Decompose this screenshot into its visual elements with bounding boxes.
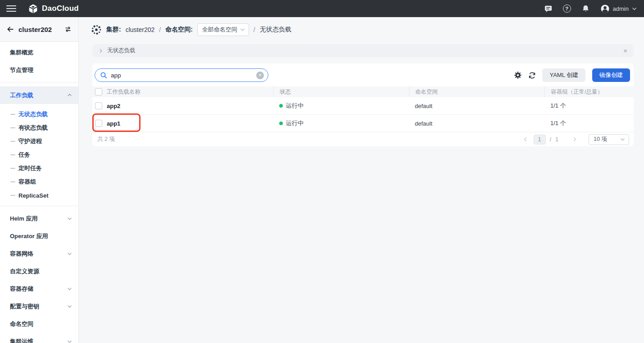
namespace-selected-value: 全部命名空间 — [202, 26, 237, 34]
dash-icon — [10, 181, 15, 182]
chevron-down-icon — [620, 137, 625, 142]
chevron-up-icon — [67, 93, 72, 98]
user-menu[interactable]: admin — [600, 4, 637, 14]
chevron-down-icon — [632, 6, 637, 11]
sidebar-item-cronjobs[interactable]: 定时任务 — [0, 162, 78, 175]
menu-hamburger-icon[interactable] — [6, 5, 16, 12]
chevron-down-icon — [67, 251, 72, 256]
row-checkbox[interactable] — [95, 120, 102, 127]
chevron-down-icon — [240, 27, 245, 32]
sidebar-item-container-storage[interactable]: 容器存储 — [0, 280, 78, 298]
toolbar-actions: YAML 创建 镜像创建 — [514, 68, 630, 82]
sidebar: cluster202 集群概览 节点管理 工作负载 无状态负载 有状态负载 守护… — [0, 17, 79, 343]
search-input[interactable] — [111, 72, 256, 79]
dash-icon — [10, 195, 15, 196]
header-cell-namespace: 命名空间 — [409, 86, 544, 97]
sidebar-item-statefulsets[interactable]: 有状态负载 — [0, 121, 78, 135]
sidebar-item-container-network[interactable]: 容器网络 — [0, 245, 78, 262]
pagination-bar: 共 2 项 / 1 10 项 — [92, 132, 634, 146]
sidebar-item-daemonsets[interactable]: 守护进程 — [0, 135, 78, 148]
sidebar-item-operator-apps[interactable]: Operator 应用 — [0, 227, 78, 245]
select-all-checkbox[interactable] — [95, 88, 102, 95]
sidebar-item-label: 任务 — [18, 151, 30, 159]
sidebar-item-deployments[interactable]: 无状态负载 — [0, 108, 78, 121]
sidebar-nav: 集群概览 节点管理 工作负载 无状态负载 有状态负载 守护进程 任务 定时任务 … — [0, 42, 78, 343]
back-arrow-icon[interactable] — [6, 25, 14, 33]
sidebar-item-label: 容器存储 — [10, 285, 33, 293]
top-bar: DaoCloud ? admin — [0, 0, 644, 17]
page-number-input[interactable] — [534, 135, 546, 144]
header-cell-pods: 容器组（正常/总量） — [544, 86, 634, 97]
namespace-select[interactable]: 全部命名空间 — [197, 23, 249, 36]
sidebar-item-label: 节点管理 — [10, 66, 33, 74]
sidebar-item-jobs[interactable]: 任务 — [0, 148, 78, 162]
refresh-icon[interactable] — [528, 71, 536, 80]
sidebar-item-replicasets[interactable]: ReplicaSet — [0, 189, 78, 202]
sidebar-item-label: 集群概览 — [10, 49, 33, 57]
settings-gear-icon[interactable] — [514, 71, 522, 79]
sidebar-item-node-management[interactable]: 节点管理 — [0, 61, 78, 79]
switch-cluster-icon[interactable] — [64, 25, 72, 33]
header-cell-name: 工作负载名称 — [92, 86, 273, 97]
sidebar-item-config-secrets[interactable]: 配置与密钥 — [0, 298, 78, 315]
dash-icon — [10, 154, 15, 155]
tab-label[interactable]: 无状态负载 — [107, 47, 136, 54]
yaml-create-button[interactable]: YAML 创建 — [542, 68, 585, 82]
search-box: × — [95, 68, 268, 82]
brand-logo[interactable]: DaoCloud — [28, 4, 79, 14]
sidebar-item-namespaces[interactable]: 命名空间 — [0, 315, 78, 333]
total-count: 共 2 项 — [97, 135, 115, 143]
image-create-button[interactable]: 镜像创建 — [592, 68, 630, 82]
header-cell-status: 状态 — [273, 86, 409, 97]
status-text: 运行中 — [286, 102, 304, 110]
sidebar-item-workloads[interactable]: 工作负载 — [0, 86, 78, 104]
clear-search-icon[interactable]: × — [256, 72, 264, 79]
dash-icon — [10, 127, 15, 128]
status-cell: 运行中 — [273, 119, 409, 127]
status-dot-icon — [279, 104, 283, 108]
help-icon[interactable]: ? — [563, 5, 571, 13]
column-label: 状态 — [280, 88, 291, 96]
workload-name-link[interactable]: app2 — [107, 103, 120, 109]
sidebar-divider — [0, 206, 78, 206]
sidebar-item-label: 无状态负载 — [18, 110, 48, 118]
sidebar-item-pods[interactable]: 容器组 — [0, 175, 78, 189]
workload-name-link[interactable]: app1 — [107, 120, 120, 127]
workload-panel: × — [92, 63, 634, 146]
chevron-right-icon[interactable] — [99, 49, 103, 53]
cluster-label: 集群: — [106, 26, 121, 34]
page-size-select[interactable]: 10 项 — [589, 134, 629, 145]
chevron-down-icon — [67, 304, 72, 309]
sidebar-item-label: 容器网络 — [10, 250, 33, 258]
help-glyph: ? — [565, 6, 568, 11]
prev-page-icon[interactable] — [521, 137, 530, 142]
table-row[interactable]: app1 运行中 default 1/1 个 — [92, 115, 634, 132]
chevron-down-icon — [67, 286, 72, 291]
table-row[interactable]: app2 运行中 default 1/1 个 — [92, 97, 634, 115]
namespace-cell: default — [409, 103, 544, 109]
topbar-actions: ? admin — [544, 4, 644, 14]
page-title: 无状态负载 — [260, 26, 291, 34]
sidebar-item-label: 自定义资源 — [10, 267, 39, 275]
sidebar-item-cluster-ops[interactable]: 集群运维 — [0, 333, 78, 343]
cluster-icon — [91, 24, 102, 35]
namespace-label: 命名空间: — [165, 26, 193, 34]
avatar-icon — [600, 4, 610, 14]
sidebar-item-helm-apps[interactable]: Helm 应用 — [0, 210, 78, 227]
notification-bell-icon[interactable] — [581, 5, 590, 13]
cluster-name: cluster202 — [18, 26, 52, 33]
breadcrumb-separator: / — [159, 26, 161, 33]
column-label: 工作负载名称 — [107, 88, 141, 96]
sidebar-item-label: 容器组 — [18, 178, 36, 186]
column-label: 命名空间 — [415, 88, 438, 96]
sidebar-item-cluster-overview[interactable]: 集群概览 — [0, 44, 78, 61]
sidebar-item-custom-resources[interactable]: 自定义资源 — [0, 262, 78, 280]
sidebar-item-label: 集群运维 — [10, 338, 33, 343]
chat-icon[interactable] — [544, 5, 553, 13]
next-page-icon[interactable] — [571, 137, 579, 142]
daocloud-logo-icon — [28, 4, 38, 14]
close-icon[interactable]: × — [623, 47, 627, 54]
cluster-value[interactable]: cluster202 — [126, 26, 155, 33]
row-checkbox[interactable] — [95, 102, 102, 109]
sidebar-item-label: Helm 应用 — [10, 215, 37, 223]
